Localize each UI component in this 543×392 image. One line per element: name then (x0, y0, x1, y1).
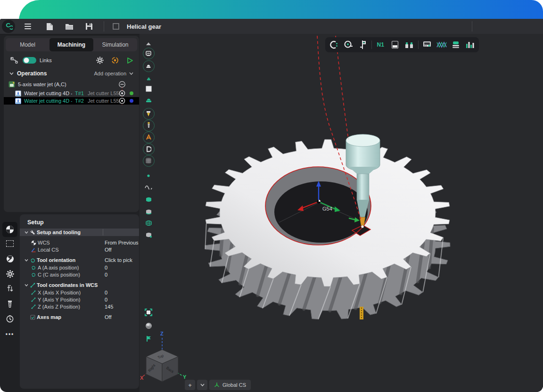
viewport-toolbar: N1 (325, 37, 479, 52)
fit-view-button[interactable] (142, 306, 155, 318)
setup-row-value[interactable]: From Previous (105, 240, 139, 245)
gear-part[interactable] (205, 139, 450, 319)
measure-circle-button[interactable] (328, 39, 339, 50)
setup-row-axis-y[interactable]: Y (Axis Y Position) 0 (20, 296, 139, 303)
operation-group-row[interactable]: 5-axis water jet (A,C) (4, 80, 139, 89)
operation-row-1[interactable]: Water jet cutting 4D - ... T#1 Jet cutte… (4, 90, 139, 97)
caliper-button[interactable] (357, 39, 368, 50)
setup-row-value[interactable]: Off (105, 314, 111, 320)
sheet-button[interactable] (389, 39, 401, 50)
part-button[interactable] (142, 94, 155, 106)
wcs-target-button[interactable] (2, 222, 17, 237)
setup-row-axis-x[interactable]: X (Axis X Position) 0 (20, 289, 139, 296)
setup-row-label: Local CS (38, 247, 59, 253)
add-operation-button[interactable]: Add operation (94, 71, 127, 76)
setup-row-orientation[interactable]: Tool orientation Click to pick (20, 256, 139, 264)
setup-row-axis-a[interactable]: A (A axis position) 0 (20, 264, 139, 271)
project-title: Helical gear (127, 23, 161, 30)
layer-stack-button[interactable] (450, 39, 461, 50)
control-panel-button[interactable] (421, 39, 433, 50)
measure-tape-button[interactable] (343, 39, 354, 50)
chevron-down-icon[interactable] (9, 72, 14, 75)
cube-right-label: Right (148, 363, 156, 373)
add-operation-chevron-icon[interactable] (129, 72, 133, 75)
setup-row-value[interactable]: 0 (105, 272, 107, 278)
collision-check-button[interactable] (111, 57, 119, 64)
toolbar-separator (371, 41, 372, 49)
machine-view-button[interactable] (142, 47, 155, 59)
mesh-pattern-button[interactable] (142, 155, 155, 167)
reorder-button[interactable] (2, 281, 17, 296)
tab-simulation[interactable]: Simulation (93, 38, 137, 51)
surface-gray-button[interactable] (142, 205, 155, 218)
setup-row-wcs[interactable]: WCS From Previous (20, 239, 139, 246)
setup-row-axes-map[interactable]: Axes map Off (20, 313, 139, 321)
setup-row-value[interactable]: Off (105, 247, 111, 253)
setup-row-coords[interactable]: Tool coordinates in WCS (20, 281, 139, 289)
tool-button[interactable] (2, 296, 17, 311)
viewport-3d[interactable]: G54 (140, 34, 543, 392)
setup-row-group[interactable]: Setup and tooling (20, 229, 139, 236)
setup-row-value[interactable]: Click to pick (105, 257, 132, 263)
histogram-button[interactable] (464, 39, 476, 50)
app-logo[interactable] (2, 20, 15, 33)
new-project-button[interactable] (43, 20, 56, 33)
waveform-button[interactable] (436, 39, 447, 50)
project-tab-button[interactable] (110, 20, 122, 33)
cs-dropdown-button[interactable] (197, 380, 207, 390)
point-button[interactable] (142, 170, 155, 182)
add-cs-button[interactable]: + (185, 380, 195, 390)
tool-drill-button[interactable] (142, 119, 155, 131)
holder-button[interactable] (142, 131, 155, 143)
surface-mesh-button[interactable] (142, 217, 155, 229)
machine-pair-button[interactable] (403, 39, 415, 50)
links-toggle[interactable] (23, 57, 37, 64)
save-project-button[interactable] (83, 20, 95, 33)
open-project-button[interactable] (63, 20, 75, 33)
setup-row-value[interactable]: 0 (105, 290, 107, 295)
jet-exit-beam (360, 307, 363, 319)
flag-button[interactable] (142, 333, 155, 345)
stock-button[interactable] (142, 82, 155, 95)
cube-face-right-side[interactable] (146, 357, 162, 382)
setup-row-value[interactable]: 0 (105, 297, 107, 302)
gauge-button[interactable] (2, 251, 17, 266)
global-cs-button[interactable]: Global CS (209, 380, 251, 390)
settings-button[interactable] (2, 266, 17, 281)
links-settings-button[interactable] (96, 57, 104, 64)
active-op-radio[interactable] (119, 98, 125, 104)
waterjet-thumb-icon (15, 90, 21, 97)
surface-point-button[interactable] (142, 229, 155, 241)
suppress-icon[interactable] (118, 81, 126, 88)
workpiece-view-button[interactable] (142, 60, 155, 72)
tab-model[interactable]: Model (6, 38, 49, 51)
more-button[interactable]: ••• (2, 327, 17, 342)
cube-face-top[interactable] (146, 350, 178, 364)
surface-green-button[interactable] (142, 193, 155, 205)
active-op-radio[interactable] (119, 90, 125, 97)
setup-row-value[interactable]: 145 (105, 304, 113, 310)
setup-row-value[interactable]: 0 (105, 265, 107, 270)
tab-machining[interactable]: Machining (49, 38, 93, 51)
selection-frame-button[interactable] (2, 236, 17, 251)
tool-yellow-button[interactable] (142, 107, 155, 120)
setup-row-label: Setup and tooling (37, 229, 81, 235)
shaded-view-button[interactable] (142, 319, 155, 332)
setup-row-axis-z[interactable]: Z (Axis Z Position) 145 (20, 303, 139, 310)
chevron-down-icon (200, 384, 205, 386)
waterjet-tool[interactable] (346, 134, 380, 228)
main-menu-button[interactable] (22, 20, 34, 33)
axis-measure-icon (30, 283, 35, 288)
cube-face-back[interactable] (162, 357, 178, 382)
global-cs-label: Global CS (222, 382, 246, 388)
fixture-button[interactable] (142, 143, 155, 155)
run-button[interactable] (126, 57, 133, 64)
history-button[interactable] (2, 311, 17, 327)
setup-row-label: Tool coordinates in WCS (37, 282, 98, 288)
setup-row-axis-c[interactable]: C (C axis position) 0 (20, 271, 139, 278)
operation-row-2-selected[interactable]: Water jet cutting 4D - i... T#2 Jet cutt… (4, 97, 139, 105)
setup-title: Setup (27, 219, 44, 226)
curve-button[interactable] (142, 181, 155, 193)
setup-row-local-cs[interactable]: Local CS Off (20, 246, 139, 253)
nc-program-button[interactable]: N1 (375, 39, 386, 50)
